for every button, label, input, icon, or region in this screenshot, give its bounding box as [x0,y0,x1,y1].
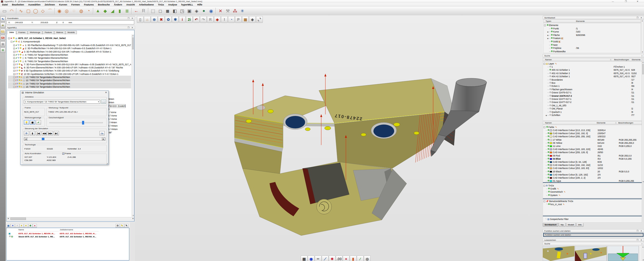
maximize-button[interactable]: ❐ [621,0,631,3]
holder-toggle-button[interactable]: ▦ [30,120,35,125]
job-tree-row[interactable]: +!?◣8: 3D Form-Ebenenschlichten / K-030-… [8,66,123,69]
column-header-name[interactable]: Name [18,229,59,231]
farbe-row[interactable]: ─04 Blue/53RGB 0,0,255 [546,157,561,160]
g0-icon[interactable]: G0 [0,35,5,40]
tab-jobs[interactable]: Jobs [7,31,16,34]
close-icon[interactable]: ✕ [640,230,643,232]
progress-left-arrow[interactable]: ◀ [24,138,28,140]
job-tree-row[interactable]: +✔?◢2: 3D Profilschlichten / K-040-200-0… [8,47,111,50]
clear-filter-icon[interactable]: ✕ [24,224,28,228]
magic-star-icon[interactable]: ✳ [239,8,246,14]
user-tag-row[interactable]: └hcs_cr_root✎ [546,203,565,206]
rewind-button[interactable]: ◀◀ [42,131,47,135]
farbe-row[interactable]: ─CAD Interfaces Colour [253, 183, 83]10/… [546,167,589,170]
info-cube-icon[interactable]: i [179,16,186,23]
saved-filters-row[interactable]: └ ▤ Gespeicherte Filter [543,216,642,223]
float-icon[interactable]: ❐ [636,239,639,241]
koordinaten-header[interactable]: Koordinaten ❐ ✕ [6,17,135,20]
farbe-row[interactable]: ─CAD Interfaces Colour [192, 192, 192]11… [546,164,590,167]
farbe-row[interactable]: ─CAD Interfaces Colour [183, 183, 220]45… [546,148,590,151]
sicht-row-punkt[interactable]: ─Punkt/1 [544,27,559,30]
menu-hypermill[interactable]: hyperMILL [179,3,195,6]
job-tree-row[interactable]: +!?A◫12: T4902 5X Tangentiales Ebenensch… [8,79,131,82]
sweep-icon[interactable]: ◢ [109,8,116,14]
help-icon[interactable]: ? [15,224,19,228]
circle-curve-icon[interactable]: ◯ [32,8,39,14]
shield-sphere-icon[interactable]: ◉ [208,8,214,14]
user-tags-root-row[interactable]: −📌 Benutzerdefinierte TAGs [544,200,573,203]
tab-frames[interactable]: Frames [16,31,28,34]
farbe-row[interactable]: ─CAD Interfaces Colour [213, 213, 235]32… [546,129,590,132]
farbe-row[interactable]: ─11 Lime/102RGB 0,255,0 [546,145,561,148]
menu-datei[interactable]: Datei [0,3,10,6]
forward-button[interactable]: ▶▶ [48,131,53,135]
dialog-titlebar[interactable]: ▤ Interne Simulation ✕ [21,91,108,95]
sort-asc-icon[interactable]: △ [615,122,616,124]
layer-root-row[interactable]: −▥ Layer✎ [544,62,557,65]
select-rect-icon[interactable]: ▭ [1,8,8,14]
tab-makros[interactable]: Makros [54,31,65,34]
back-arrow-icon[interactable]: ← [133,8,140,14]
half-cube-icon[interactable]: ◧ [171,8,178,14]
g1-icon[interactable]: G1 [0,29,5,34]
region-icon[interactable]: ▨ [0,41,5,47]
skip-button[interactable]: ⤼ [99,131,105,135]
job-tree-row[interactable]: +!?◩9 3D Äquidistantes Schlichten / K-03… [8,69,119,72]
tab-modelle[interactable]: Modelle [65,31,77,34]
wand-icon[interactable]: ✵ [329,256,336,261]
farbe-row[interactable]: ─CAD Interfaces Colour [255, 128, 0]26/5… [546,151,588,154]
layer-row[interactable]: ─OM_Planar/2 [546,107,563,110]
farbe-row[interactable]: ─CAD Interfaces Colour [100, 2, 2]2/4 [546,176,585,179]
menu-features[interactable]: Features [82,3,96,6]
bookmarks-suche-bar[interactable]: Suche▽ [543,242,644,245]
sicht-row-kurve[interactable]: ◈─Kurve/163 [544,30,559,33]
layer-row[interactable]: ─Gravur 22477-017-2/11 [546,101,572,104]
farbe-row[interactable]: ─02 TurquoiseRGB 0,200,200 [546,182,566,183]
farbe-root-row[interactable]: −Farbe✎ [544,126,557,129]
layer-row[interactable]: ─Quetsch 1/9 [546,110,562,114]
sicht-row-polylinie[interactable]: ─Polylinie/36 [544,47,561,50]
layer-row[interactable]: ─Gravur 22476-017-1/11 [546,91,572,94]
fit-view-icon[interactable]: ⌞⌝ [256,16,263,23]
add-icon[interactable]: ✚ [28,224,32,228]
farbe-row[interactable]: ─CAD Interfaces Colour [0, 64, 128]8/26 [546,160,587,164]
loft-icon[interactable]: ◆ [102,8,109,14]
layer-row[interactable]: ─400 AS Schieber 16575_017_AS S...928 [546,68,570,71]
dialog-close-icon[interactable]: ✕ [105,91,107,95]
close-icon[interactable]: ✕ [640,17,643,19]
open-model-icon[interactable]: ⌂ [144,16,151,23]
delete-blue-icon[interactable]: ✕ [11,224,15,228]
lamp-toggle-button[interactable]: 💡 [24,120,29,125]
diamond-icon[interactable]: ◈ [249,16,256,23]
table-icon[interactable]: ▦ [242,16,249,23]
new-doc-icon[interactable]: ▯ [137,16,144,23]
float-icon[interactable]: ❐ [636,230,639,232]
rgb-sphere-icon[interactable]: ● [200,8,207,14]
project-curve-icon[interactable]: ◌ [71,8,77,14]
layer-row[interactable]: ─Gravur 22476-017-2/11 [546,94,572,97]
paint-icon[interactable]: ▮ [350,256,357,261]
right-tab-wp[interactable]: Wp [559,223,566,227]
tab-werkzeuge[interactable]: Werkzeuge [28,31,42,34]
wire-cube-icon[interactable]: ⬚ [150,8,156,14]
extrude-icon[interactable]: ▲ [95,8,101,14]
rectangle-curve-icon[interactable]: ▢ [25,8,32,14]
menu-kurven[interactable]: Kurven [57,3,69,6]
farbe-row[interactable]: ─01 AquaRGB 0,255,255 [546,179,561,182]
compare-cube-icon[interactable]: ◆ [214,16,221,23]
minimize-button[interactable]: — [608,0,618,3]
export-image-icon[interactable]: ▣ [6,224,10,228]
function-search-header[interactable]: Funktion suchen und starten ❐ ✕ [543,229,644,233]
section-curve-icon[interactable]: ◔ [85,8,92,14]
resize-grip[interactable]: ◢ [106,162,108,165]
edit-yellow-icon[interactable]: ✎ [120,224,124,228]
job-tree-row[interactable]: +✔?◫6: T4901 5X Tangentiales Ebenenschli… [8,60,68,63]
bookmarks-header[interactable]: Lesezeichen ❐ ✕ [543,238,644,242]
farbe-row[interactable]: ─06 Yellow64/144RGB 255,255,0 [546,141,562,145]
frame-checkbox[interactable]: ✓Frame [62,152,71,155]
restart-button[interactable]: ⟳ [24,131,29,135]
layer-row[interactable]: ─Gravur 22477-017-1/11 [546,97,572,101]
database-icon[interactable]: ⛃ [116,224,120,228]
layer-row[interactable]: ─402 AS Schieber 26575_018_AS S.../1152 [546,72,570,75]
menu-analyse[interactable]: Analyse [166,3,179,6]
